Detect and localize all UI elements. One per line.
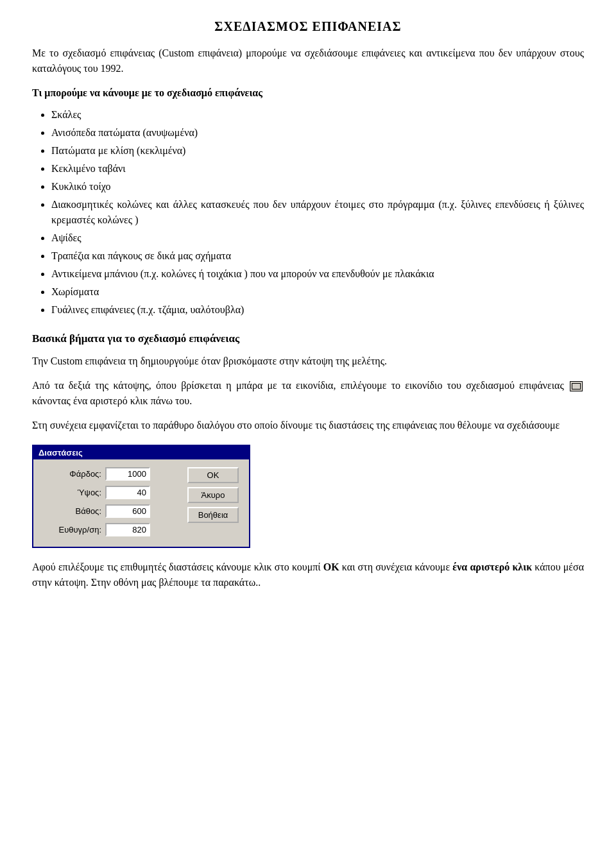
list-item: Χωρίσματα xyxy=(51,284,584,300)
list-item: Αντικείμενα μπάνιου (π.χ. κολώνες ή τοιχ… xyxy=(51,266,584,282)
dialog-container: Διαστάσεις Φάρδος:Ύψος:Βάθος:Ευθυγρ/ση: … xyxy=(32,445,584,548)
dialog-field-input[interactable] xyxy=(105,523,150,536)
dimensions-dialog: Διαστάσεις Φάρδος:Ύψος:Βάθος:Ευθυγρ/ση: … xyxy=(32,445,250,548)
list-item: Αψίδες xyxy=(51,230,584,246)
list-item: Τραπέζια και πάγκους σε δικά μας σχήματα xyxy=(51,248,584,264)
list-item: Πατώματα με κλίση (κεκλιμένα) xyxy=(51,143,584,158)
list-item: Γυάλινες επιφάνειες (π.χ. τζάμια, υαλότο… xyxy=(51,302,584,318)
list-item: Σκάλες xyxy=(51,107,584,123)
list-item: Κυκλικό τοίχο xyxy=(51,179,584,194)
dialog-button[interactable]: Βοήθεια xyxy=(187,507,239,523)
dialog-field-input[interactable] xyxy=(105,467,150,481)
list-item: Ανισόπεδα πατώματα (ανυψωμένα) xyxy=(51,125,584,141)
custom-surface-paragraph: Την Custom επιφάνεια τη δημιουργούμε ότα… xyxy=(32,354,584,369)
dialog-field-row: Φάρδος: xyxy=(44,467,177,481)
icon-paragraph: Από τα δεξιά της κάτοψης, όπου βρίσκεται… xyxy=(32,378,584,409)
features-list: ΣκάλεςΑνισόπεδα πατώματα (ανυψωμένα)Πατώ… xyxy=(51,107,584,318)
dialog-titlebar: Διαστάσεις xyxy=(33,446,249,459)
dialog-fields: Φάρδος:Ύψος:Βάθος:Ευθυγρ/ση: xyxy=(44,467,177,536)
dialog-field-row: Ύψος: xyxy=(44,486,177,499)
basic-steps-title: Βασικά βήματα για το σχεδιασμό επιφάνεια… xyxy=(32,330,584,347)
dialog-field-row: Βάθος: xyxy=(44,504,177,518)
dialog-field-label: Ύψος: xyxy=(44,488,101,497)
surface-design-icon xyxy=(570,381,583,391)
dialog-field-label: Ευθυγρ/ση: xyxy=(44,525,101,535)
dialog-button[interactable]: Άκυρο xyxy=(187,487,239,503)
list-item: Διακοσμητικές κολώνες και άλλες κατασκευ… xyxy=(51,197,584,228)
dialog-button[interactable]: ΟΚ xyxy=(187,467,239,483)
dialog-buttons[interactable]: ΟΚΆκυροΒοήθεια xyxy=(187,467,239,523)
dialog-field-input[interactable] xyxy=(105,486,150,499)
what-can-title: Τι μπορούμε να κάνουμε με το σχεδιασμό ε… xyxy=(32,85,584,101)
list-item: Κεκλιμένο ταβάνι xyxy=(51,161,584,176)
after-dialog-paragraph: Αφού επιλέξουμε τις επιθυμητές διαστάσει… xyxy=(32,560,584,590)
dialog-field-input[interactable] xyxy=(105,504,150,518)
dialog-field-row: Ευθυγρ/ση: xyxy=(44,523,177,536)
page-title: ΣΧΕΔΙΑΣΜΟΣ ΕΠΙΦΑΝΕΙΑΣ xyxy=(32,19,584,34)
dialog-field-label: Φάρδος: xyxy=(44,469,101,479)
dialog-field-label: Βάθος: xyxy=(44,506,101,516)
dialog-intro-paragraph: Στη συνέχεια εμφανίζεται το παράθυρο δια… xyxy=(32,418,584,433)
intro-paragraph: Με το σχεδιασμό επιφάνειας (Custom επιφά… xyxy=(32,46,584,76)
